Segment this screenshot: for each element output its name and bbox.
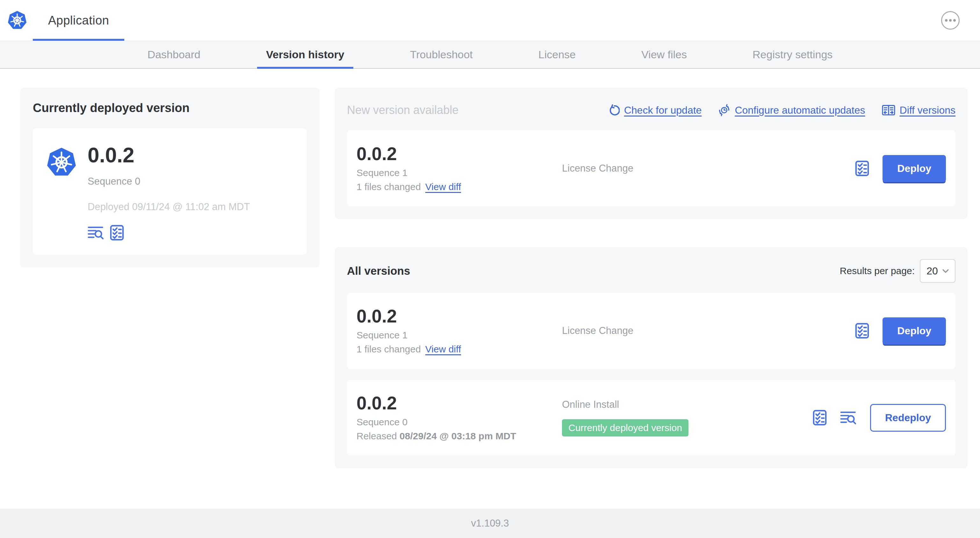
version-source-label: License Change — [562, 163, 633, 174]
files-changed-label: 1 files changed — [356, 344, 421, 355]
version-number: 0.0.2 — [356, 144, 562, 163]
diff-icon — [882, 105, 895, 116]
all-versions-title: All versions — [347, 265, 410, 277]
admin-console-version: v1.109.3 — [471, 517, 509, 529]
logs-icon[interactable] — [88, 225, 104, 240]
view-diff-link[interactable]: View diff — [425, 181, 461, 192]
top-bar: Application — [0, 0, 980, 41]
footer: v1.109.3 — [0, 509, 980, 538]
app-nav-tabs: Dashboard Version history Troubleshoot L… — [0, 41, 980, 69]
right-column: New version available Check for update C… — [335, 88, 967, 468]
logs-icon[interactable] — [840, 410, 857, 425]
preflight-checklist-icon[interactable] — [855, 160, 869, 176]
main-content: Currently deployed version 0.0.2 Sequenc… — [0, 69, 980, 509]
files-changed-label: 1 files changed — [356, 181, 421, 192]
currently-deployed-badge: Currently deployed version — [562, 419, 689, 436]
results-per-page-label: Results per page: — [840, 265, 915, 276]
currently-deployed-title: Currently deployed version — [33, 101, 307, 115]
version-row: 0.0.2 Sequence 1 1 files changed View di… — [347, 293, 956, 369]
all-versions-section: All versions Results per page: 20 0.0.2 — [335, 247, 967, 468]
ellipsis-menu-icon[interactable] — [941, 11, 959, 30]
app-tab-label: Application — [48, 14, 109, 27]
schedule-update-icon — [718, 104, 730, 116]
new-version-title: New version available — [347, 103, 458, 117]
kubernetes-app-icon — [46, 146, 77, 179]
tab-registry-settings[interactable]: Registry settings — [744, 41, 842, 68]
version-sequence: Sequence 0 — [356, 417, 562, 427]
deployed-version-number: 0.0.2 — [88, 144, 250, 166]
deploy-button[interactable]: Deploy — [883, 155, 946, 182]
results-per-page-select[interactable]: 20 — [920, 259, 956, 283]
preflight-checklist-icon[interactable] — [855, 323, 869, 339]
version-number: 0.0.2 — [356, 394, 562, 413]
refresh-icon — [608, 105, 620, 116]
version-sequence: Sequence 1 — [356, 330, 562, 341]
version-sequence: Sequence 1 — [356, 167, 562, 178]
version-source-label: License Change — [562, 325, 633, 336]
deploy-button[interactable]: Deploy — [883, 317, 946, 344]
preflight-checklist-icon[interactable] — [813, 410, 827, 425]
new-version-row: 0.0.2 Sequence 1 1 files changed View di… — [347, 130, 956, 206]
configure-automatic-updates-link[interactable]: Configure automatic updates — [718, 104, 865, 116]
new-version-section: New version available Check for update C… — [335, 88, 967, 219]
tab-view-files[interactable]: View files — [632, 41, 696, 68]
app-tab[interactable]: Application — [33, 0, 124, 41]
diff-versions-link[interactable]: Diff versions — [882, 105, 956, 116]
version-source-label: Online Install — [562, 399, 619, 410]
tab-dashboard[interactable]: Dashboard — [138, 41, 209, 68]
version-row: 0.0.2 Sequence 0 Released 08/29/24 @ 03:… — [347, 380, 956, 455]
currently-deployed-panel: Currently deployed version 0.0.2 Sequenc… — [20, 88, 320, 267]
deployed-timestamp: Deployed 09/11/24 @ 11:02 am MDT — [88, 201, 250, 213]
chevron-down-icon — [942, 269, 949, 273]
check-for-update-link[interactable]: Check for update — [608, 105, 702, 116]
released-timestamp: Released 08/29/24 @ 03:18 pm MDT — [356, 431, 562, 441]
tab-troubleshoot[interactable]: Troubleshoot — [401, 41, 482, 68]
tab-license[interactable]: License — [530, 41, 585, 68]
tab-version-history[interactable]: Version history — [257, 41, 353, 68]
kots-admin-page: Application Dashboard Version history Tr… — [0, 0, 980, 538]
currently-deployed-card: 0.0.2 Sequence 0 Deployed 09/11/24 @ 11:… — [33, 128, 307, 255]
active-tab-underline — [257, 67, 353, 69]
version-number: 0.0.2 — [356, 307, 562, 326]
app-tab-active-underline — [33, 39, 124, 41]
deployed-sequence: Sequence 0 — [88, 176, 250, 187]
preflight-checklist-icon[interactable] — [110, 225, 124, 241]
redeploy-button[interactable]: Redeploy — [870, 404, 946, 432]
view-diff-link[interactable]: View diff — [425, 344, 461, 355]
kubernetes-logo-icon — [7, 10, 27, 31]
